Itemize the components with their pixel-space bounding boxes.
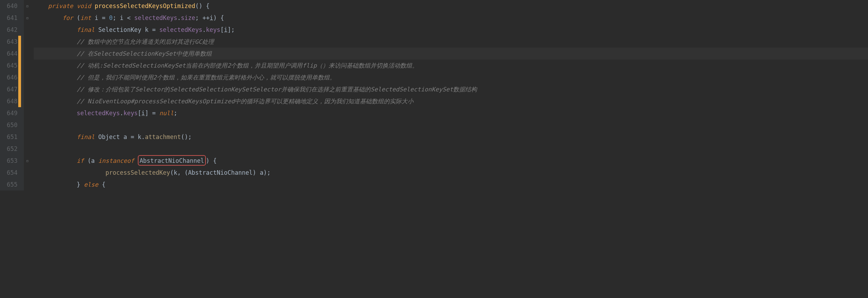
code-line[interactable]: private void processSelectedKeysOptimize… (34, 0, 868, 12)
line-number: 647 (4, 83, 18, 95)
line-number: 655 (4, 179, 18, 190)
code-line[interactable]: // 但是，我们不能同时使用2个数组，如果在重置数组元素时格外小心，就可以摆脱使… (34, 71, 868, 83)
line-number: 641 (4, 12, 18, 24)
fold-gutter: ⊟ ⊟ ⊟ (24, 0, 31, 190)
change-marker (18, 60, 21, 71)
line-number: 648 (4, 95, 18, 107)
code-line[interactable]: processSelectedKey(k, (AbstractNioChanne… (34, 167, 868, 179)
change-marker (18, 71, 21, 83)
line-number: 652 (4, 143, 18, 155)
code-line[interactable]: } else { (34, 179, 868, 190)
code-line[interactable]: // 修改：介绍包装了Selector的SelectedSelectionKey… (34, 83, 868, 95)
line-number: 651 (4, 131, 18, 143)
line-number: 643 (4, 36, 18, 48)
line-number-gutter: 640 641 642 643 644 645 646 647 648 649 … (0, 0, 24, 190)
code-line[interactable]: // 数组中的空节点允许通道关闭后对其进行GC处理 (34, 36, 868, 48)
code-line-current[interactable]: // 在SelectedSelectionKeySet中使用单数组 (34, 48, 868, 60)
line-number: 650 (4, 119, 18, 131)
change-marker (18, 36, 21, 48)
code-line[interactable]: // 动机:SelectedSelectionKeySet当前在内部使用2个数组… (34, 60, 868, 71)
code-area[interactable]: private void processSelectedKeysOptimize… (31, 0, 868, 190)
line-number: 646 (4, 71, 18, 83)
line-number: 640 (4, 0, 18, 12)
code-line[interactable]: // NioEventLoop#processSelectedKeysOptim… (34, 95, 868, 107)
line-number: 645 (4, 60, 18, 71)
code-line[interactable]: final SelectionKey k = selectedKeys.keys… (34, 24, 868, 36)
code-line[interactable]: for (int i = 0; i < selectedKeys.size; +… (34, 12, 868, 24)
fold-toggle-icon[interactable]: ⊟ (25, 0, 29, 12)
code-line[interactable]: selectedKeys.keys[i] = null; (34, 107, 868, 119)
line-number: 644 (4, 48, 18, 60)
fold-toggle-icon[interactable]: ⊟ (25, 155, 29, 167)
line-number: 642 (4, 24, 18, 36)
change-marker (18, 83, 21, 95)
change-marker (18, 48, 21, 60)
code-line[interactable] (34, 119, 868, 131)
line-number: 649 (4, 107, 18, 119)
change-marker (18, 95, 21, 107)
line-number: 653 (4, 155, 18, 167)
line-number: 654 (4, 167, 18, 179)
code-editor[interactable]: 640 641 642 643 644 645 646 647 648 649 … (0, 0, 868, 190)
code-line[interactable]: final Object a = k.attachment(); (34, 131, 868, 143)
code-line[interactable]: if (a instanceof AbstractNioChannel) { (34, 155, 868, 167)
annotation-highlight: AbstractNioChannel (138, 155, 206, 166)
fold-toggle-icon[interactable]: ⊟ (25, 12, 29, 24)
code-line[interactable] (34, 143, 868, 155)
